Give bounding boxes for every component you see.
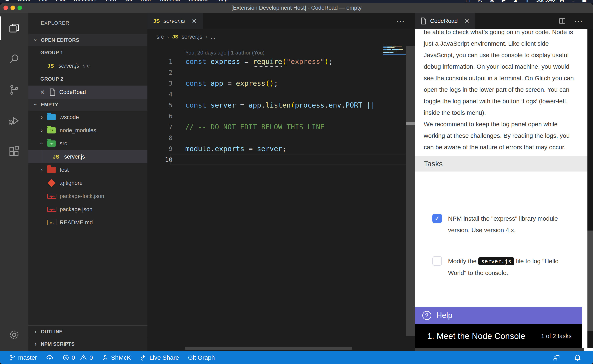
src-folder-icon: </> <box>47 140 56 147</box>
menu-code[interactable]: Code <box>17 0 30 2</box>
menubar-status-icon[interactable]: ¶ <box>526 0 528 3</box>
menubar-status-icon[interactable]: ◎ <box>478 0 482 3</box>
bell-icon[interactable] <box>574 353 581 361</box>
tree-item-test[interactable]: › test <box>28 163 147 176</box>
chevron-right-icon[interactable]: › <box>39 114 45 121</box>
help-section[interactable]: ? Help <box>415 307 582 324</box>
lesson-footer[interactable]: 1. Meet the Node Console 1 of 2 tasks <box>415 324 582 348</box>
npm-scripts-section[interactable]: › NPM SCRIPTS <box>28 338 147 350</box>
sync-changes-button[interactable] <box>46 354 53 361</box>
apple-icon[interactable] <box>5 0 9 1</box>
maximize-window-button[interactable] <box>18 6 22 10</box>
menubar-status-icon[interactable]: ▢ <box>466 0 471 3</box>
inline-code-chip: server.js <box>478 257 514 265</box>
close-icon[interactable]: ✕ <box>38 89 47 96</box>
open-editor-detail: src <box>83 63 90 69</box>
open-editors-group-1: GROUP 1 <box>28 46 147 59</box>
workspace-folder-header[interactable]: › EMPTY <box>28 99 147 111</box>
problems-warnings[interactable]: 0 <box>80 354 93 361</box>
npm-icon: npm <box>47 207 56 212</box>
tree-item-package-lock[interactable]: npm package-lock.json <box>28 190 147 203</box>
explorer-view-icon[interactable] <box>0 13 28 44</box>
git-graph-button[interactable]: Git Graph <box>188 354 215 361</box>
chevron-down-icon[interactable]: › <box>39 141 45 146</box>
checkbox-unchecked[interactable] <box>432 256 442 266</box>
extensions-icon[interactable] <box>0 136 28 167</box>
scrollbar-thumb[interactable] <box>587 231 593 331</box>
open-editor-server-js[interactable]: JS server.js src <box>28 59 147 72</box>
scrollbar-thumb[interactable] <box>406 122 415 125</box>
help-icon: ? <box>422 311 431 320</box>
tab-server-js[interactable]: JS server.js ✕ <box>147 13 203 29</box>
run-debug-icon[interactable] <box>0 105 28 136</box>
current-line[interactable]: 10 <box>147 154 415 165</box>
checkbox-checked[interactable]: ✓ <box>432 214 442 223</box>
split-editor-icon[interactable] <box>559 18 566 25</box>
tree-item-readme[interactable]: M↓ README.md <box>28 216 147 229</box>
tree-item-src[interactable]: › </> src <box>28 137 147 150</box>
tree-item-server-js[interactable]: JS server.js <box>28 150 147 163</box>
menu-view[interactable]: View <box>105 0 117 2</box>
live-share-button[interactable]: Live Share <box>140 354 179 361</box>
coderoad-panel: CodeRoad ✕ ⋯ be able to check what’s goi… <box>415 13 593 351</box>
person-icon <box>102 354 108 361</box>
outline-section[interactable]: › OUTLINE <box>28 325 147 338</box>
breadcrumb-src[interactable]: src <box>156 34 164 40</box>
chevron-right-icon[interactable]: › <box>39 127 45 134</box>
error-icon <box>63 354 69 361</box>
editor-scrollbar[interactable] <box>406 46 415 336</box>
menubar-clock[interactable]: Sat 5:40 PM <box>536 0 564 3</box>
title-bar[interactable]: [Extension Development Host] - CodeRoad … <box>0 3 593 13</box>
search-icon[interactable] <box>0 44 28 74</box>
vscode-folder-icon <box>47 114 56 120</box>
tree-item-node-modules[interactable]: › JS node_modules <box>28 124 147 137</box>
source-control-icon[interactable] <box>0 74 28 105</box>
feedback-icon[interactable] <box>552 353 560 362</box>
markdown-icon: M↓ <box>47 220 56 225</box>
menu-terminal[interactable]: Terminal <box>159 0 180 2</box>
menu-file[interactable]: File <box>39 0 48 2</box>
open-editor-coderoad[interactable]: ✕ CodeRoad <box>28 85 147 99</box>
menubar-status-icon[interactable]: ◉ <box>490 0 494 3</box>
tree-item-package-json[interactable]: npm package.json <box>28 203 147 216</box>
panel-more-icon[interactable]: ⋯ <box>574 16 583 26</box>
menu-window[interactable]: Window <box>188 0 208 2</box>
task-item-2: Modify the server.js file to log "Hello … <box>432 255 579 279</box>
live-share-user[interactable]: ShMcK <box>102 354 131 361</box>
chevron-right-icon[interactable]: › <box>39 167 45 173</box>
menubar-status-icon[interactable]: ▶ <box>502 0 506 3</box>
menu-help[interactable]: Help <box>216 0 228 2</box>
breadcrumb-server-js[interactable]: server.js <box>182 34 202 40</box>
webview-scrollbar[interactable] <box>587 29 593 348</box>
problems-errors[interactable]: 0 <box>63 354 75 361</box>
editor-actions-more-icon[interactable]: ⋯ <box>396 16 405 26</box>
menu-go[interactable]: Go <box>125 0 132 2</box>
code-area[interactable]: 1const express = require("express"); 2 3… <box>147 56 415 165</box>
chevron-down-icon[interactable]: › <box>32 37 39 43</box>
tree-item-gitignore[interactable]: .gitignore <box>28 176 147 190</box>
menu-run[interactable]: Run <box>141 0 151 2</box>
menu-selection[interactable]: Selection <box>74 0 97 2</box>
git-icon <box>47 179 56 187</box>
chevron-down-icon[interactable]: › <box>32 102 39 107</box>
horizontal-scrollbar[interactable] <box>185 347 352 350</box>
tree-item-vscode[interactable]: › .vscode <box>28 111 147 124</box>
menu-edit[interactable]: Edit <box>56 0 66 2</box>
close-tab-icon[interactable]: ✕ <box>461 18 469 25</box>
explorer-sidebar: EXPLORER › OPEN EDITORS GROUP 1 JS serve… <box>28 13 147 351</box>
task-item-1: ✓ NPM install the "express" library modu… <box>432 213 579 236</box>
close-tab-icon[interactable]: ✕ <box>189 18 197 25</box>
chevron-right-icon[interactable]: › <box>33 341 38 347</box>
git-branch-status[interactable]: master <box>9 354 37 361</box>
chevron-right-icon[interactable]: › <box>33 328 38 335</box>
breadcrumb-symbol[interactable]: ... <box>211 34 215 40</box>
menubar-status-icon[interactable]: ▲ <box>513 0 518 3</box>
close-window-button[interactable] <box>4 6 8 10</box>
spotlight-icon[interactable]: ◌ <box>572 0 575 3</box>
tab-coderoad[interactable]: CodeRoad ✕ <box>415 13 475 29</box>
control-center-icon[interactable]: ▣ <box>582 0 587 3</box>
settings-gear-icon[interactable] <box>0 322 28 347</box>
minimap[interactable] <box>383 45 406 56</box>
minimize-window-button[interactable] <box>11 6 15 10</box>
open-editors-header[interactable]: › OPEN EDITORS <box>28 34 147 46</box>
